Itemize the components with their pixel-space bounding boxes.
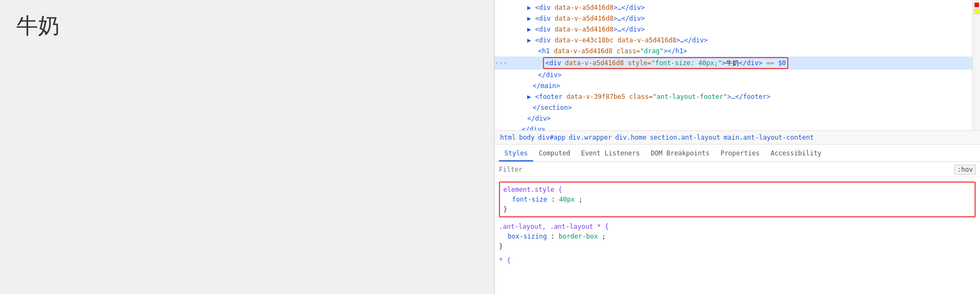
preview-area: 牛奶 — [0, 0, 494, 294]
breadcrumb: html body div#app div.wrapper div.home s… — [495, 130, 980, 145]
universal-style-block: * { — [495, 253, 980, 267]
element-style-block: element.style { font-size : 40px ; } — [499, 182, 976, 217]
css-close-brace-2: } — [499, 241, 976, 251]
css-selector-line-2: .ant-layout, .ant-layout * { — [499, 222, 976, 232]
ant-layout-style-block: .ant-layout, .ant-layout * { box-sizing … — [495, 220, 980, 253]
breadcrumb-body[interactable]: body — [518, 134, 536, 141]
css-property-line: font-size : 40px ; — [503, 195, 971, 204]
tab-properties[interactable]: Properties — [715, 146, 765, 161]
breadcrumb-section[interactable]: section.ant-layout — [649, 134, 722, 141]
filter-input[interactable] — [499, 166, 954, 173]
tab-event-listeners[interactable]: Event Listeners — [576, 146, 645, 161]
color-sidebar — [972, 0, 980, 130]
breadcrumb-divwrapper[interactable]: div.wrapper — [567, 134, 612, 141]
tree-line[interactable]: </main> — [495, 80, 980, 91]
filter-bar: :hov — [495, 162, 980, 177]
breadcrumb-divapp[interactable]: div#app — [537, 134, 567, 141]
tabs-bar: Styles Computed Event Listeners DOM Brea… — [495, 145, 980, 162]
tree-line[interactable]: ▶ <footer data-v-39f87be5 class="ant-lay… — [495, 91, 980, 102]
tree-line[interactable]: <h1 data-v-a5d416d8 class="drag"></h1> — [495, 46, 980, 57]
tree-line[interactable]: </section> — [495, 102, 980, 113]
tree-line[interactable]: ▶ <div data-v-e43c18bc data-v-a5d416d8>…… — [495, 35, 980, 46]
tree-line[interactable]: </div> — [495, 70, 980, 80]
devtools-panel: ▶ <div data-v-a5d416d8>…</div> ▶ <div da… — [494, 0, 980, 294]
color-swatch-yellow — [974, 9, 979, 14]
breadcrumb-main[interactable]: main.ant-layout-content — [723, 134, 815, 141]
tab-dom-breakpoints[interactable]: DOM Breakpoints — [646, 146, 715, 161]
css-selector-line: element.style { — [503, 185, 971, 195]
color-swatch-red — [974, 2, 979, 8]
tree-line[interactable]: ▶ <div data-v-a5d416d8>…</div> — [495, 2, 980, 13]
breadcrumb-html[interactable]: html — [499, 134, 517, 141]
tree-line[interactable]: </div> — [495, 124, 980, 130]
selected-tree-line[interactable]: ··· <div data-v-a5d416d8 style="font-siz… — [495, 57, 980, 70]
tab-computed[interactable]: Computed — [533, 146, 576, 161]
tree-line[interactable]: ▶ <div data-v-a5d416d8>…</div> — [495, 13, 980, 24]
css-selector-line-3: * { — [499, 255, 976, 265]
tab-styles[interactable]: Styles — [499, 146, 533, 161]
tree-line[interactable]: </div> — [495, 113, 980, 124]
breadcrumb-divhome[interactable]: div.home — [614, 134, 648, 141]
tree-line[interactable]: ▶ <div data-v-a5d416d8>…</div> — [495, 24, 980, 35]
styles-content: element.style { font-size : 40px ; } .an… — [495, 177, 980, 294]
tab-accessibility[interactable]: Accessibility — [765, 146, 827, 161]
css-close-brace: } — [503, 204, 971, 214]
preview-text: 牛奶 — [16, 11, 60, 41]
html-tree: ▶ <div data-v-a5d416d8>…</div> ▶ <div da… — [495, 0, 980, 130]
css-property-line-2: box-sizing : border-box ; — [499, 232, 976, 241]
hov-button[interactable]: :hov — [954, 165, 976, 174]
